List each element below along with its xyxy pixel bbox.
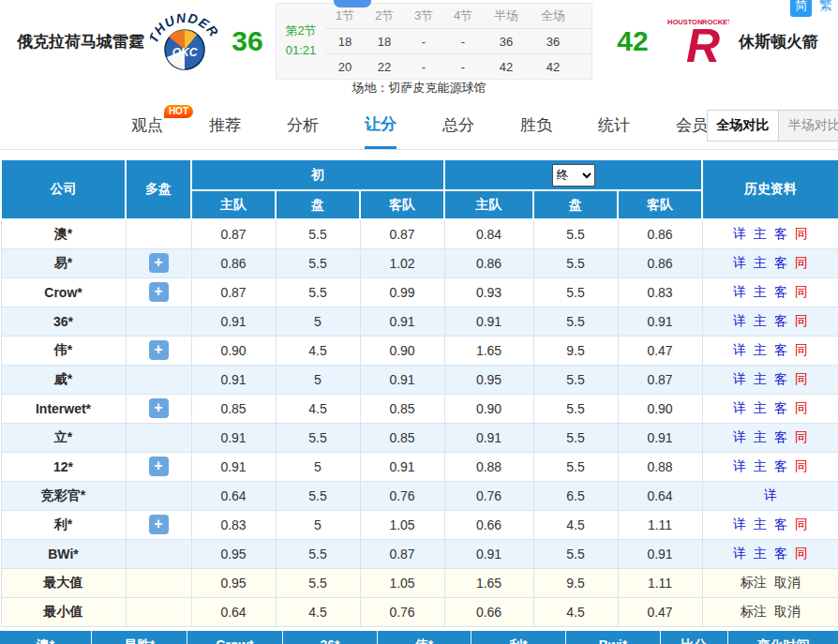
history-home-link[interactable]: 主 — [754, 400, 767, 415]
history-detail-link[interactable]: 详 — [733, 284, 746, 299]
top-banner-button[interactable] — [334, 0, 371, 7]
tab-tuijian[interactable]: 推荐 — [209, 101, 241, 149]
final-away-odds[interactable]: 1.11 — [618, 510, 702, 539]
cancel-button[interactable]: 取消 — [774, 604, 801, 619]
footer-column[interactable]: 36* — [283, 631, 378, 644]
footer-column[interactable]: 伟* — [378, 631, 471, 644]
history-detail-link[interactable]: 详 — [733, 371, 746, 386]
final-home-odds[interactable]: 0.95 — [444, 365, 533, 394]
cancel-button[interactable]: 取消 — [774, 575, 801, 590]
footer-column[interactable]: Bwi* — [566, 631, 661, 644]
history-detail-link[interactable]: 详 — [733, 546, 746, 561]
mark-button[interactable]: 标注 — [741, 575, 767, 590]
final-period-select[interactable]: 终 — [552, 164, 595, 187]
final-away-odds[interactable]: 0.88 — [618, 452, 702, 481]
mark-button[interactable]: 标注 — [741, 604, 767, 619]
history-same-link[interactable]: 同 — [795, 517, 808, 532]
history-home-link[interactable]: 主 — [754, 255, 767, 270]
final-home-odds[interactable]: 0.88 — [444, 452, 533, 481]
footer-column[interactable]: Crow* — [187, 631, 283, 644]
final-away-odds[interactable]: 0.64 — [618, 481, 702, 510]
history-away-link[interactable]: 客 — [774, 429, 787, 444]
history-detail-link[interactable]: 详 — [733, 429, 746, 444]
history-away-link[interactable]: 客 — [774, 313, 787, 328]
footer-column[interactable]: 变化时间 — [728, 631, 838, 644]
footer-column[interactable]: 比分 — [661, 631, 728, 644]
history-detail-link[interactable]: 详 — [733, 400, 746, 415]
history-detail-link[interactable]: 详 — [733, 458, 746, 473]
footer-column[interactable]: 易胜* — [92, 631, 187, 644]
final-home-odds[interactable]: 0.91 — [444, 423, 533, 452]
compare-full-button[interactable]: 全场对比 — [708, 111, 779, 141]
add-multi-button[interactable]: + — [149, 457, 169, 476]
history-home-link[interactable]: 主 — [754, 284, 767, 299]
history-detail-link[interactable]: 详 — [733, 313, 746, 328]
history-same-link[interactable]: 同 — [795, 226, 808, 241]
history-away-link[interactable]: 客 — [774, 400, 787, 415]
tab-zongfen[interactable]: 总分 — [442, 101, 474, 149]
history-same-link[interactable]: 同 — [795, 371, 808, 386]
final-home-odds[interactable]: 0.91 — [444, 307, 533, 336]
history-away-link[interactable]: 客 — [774, 284, 787, 299]
history-away-link[interactable]: 客 — [774, 546, 787, 561]
final-away-odds[interactable]: 0.91 — [618, 307, 702, 336]
footer-column[interactable]: 澳* — [0, 631, 92, 644]
history-home-link[interactable]: 主 — [754, 517, 767, 532]
add-multi-button[interactable]: + — [149, 282, 169, 302]
tab-guandian[interactable]: 观点 HOT — [131, 101, 163, 149]
history-home-link[interactable]: 主 — [754, 371, 767, 386]
final-away-odds[interactable]: 0.87 — [618, 365, 702, 394]
history-home-link[interactable]: 主 — [754, 226, 767, 241]
final-away-odds[interactable]: 0.91 — [618, 539, 702, 568]
final-away-odds[interactable]: 0.86 — [618, 219, 702, 248]
add-multi-button[interactable]: + — [149, 340, 169, 360]
final-home-odds[interactable]: 0.86 — [444, 248, 533, 277]
history-same-link[interactable]: 同 — [795, 284, 808, 299]
final-home-odds[interactable]: 0.90 — [444, 394, 533, 423]
add-multi-button[interactable]: + — [149, 253, 169, 273]
final-home-odds[interactable]: 0.84 — [444, 219, 533, 248]
final-home-odds[interactable]: 0.91 — [444, 539, 533, 568]
final-home-odds[interactable]: 1.65 — [444, 336, 533, 365]
compare-half-button[interactable]: 半场对比 — [779, 111, 838, 141]
history-away-link[interactable]: 客 — [774, 458, 787, 473]
history-same-link[interactable]: 同 — [795, 429, 808, 444]
add-multi-button[interactable]: + — [149, 398, 169, 418]
history-same-link[interactable]: 同 — [795, 313, 808, 328]
history-home-link[interactable]: 主 — [754, 458, 767, 473]
history-detail-link[interactable]: 详 — [733, 255, 746, 270]
final-away-odds[interactable]: 0.86 — [618, 248, 702, 277]
tab-shengfu[interactable]: 胜负 — [520, 101, 552, 149]
add-multi-button[interactable]: + — [149, 515, 169, 534]
final-away-odds[interactable]: 0.90 — [618, 394, 702, 423]
history-home-link[interactable]: 主 — [754, 313, 767, 328]
tab-huiyuan[interactable]: 会员 — [676, 101, 708, 149]
history-same-link[interactable]: 同 — [795, 255, 808, 270]
tab-fenxi[interactable]: 分析 — [287, 101, 319, 149]
history-away-link[interactable]: 客 — [774, 255, 787, 270]
final-home-odds[interactable]: 0.76 — [444, 481, 533, 510]
history-home-link[interactable]: 主 — [754, 546, 767, 561]
final-home-odds[interactable]: 0.93 — [444, 277, 533, 307]
history-away-link[interactable]: 客 — [774, 517, 787, 532]
history-detail-link[interactable]: 详 — [764, 487, 777, 502]
final-away-odds[interactable]: 0.91 — [618, 423, 702, 452]
lang-simplified-button[interactable]: 简 — [790, 0, 812, 17]
final-away-odds[interactable]: 0.47 — [618, 336, 702, 365]
tab-tongji[interactable]: 统计 — [598, 101, 630, 149]
history-same-link[interactable]: 同 — [795, 400, 808, 415]
footer-column[interactable]: 利* — [471, 631, 566, 644]
lang-traditional-button[interactable]: 繁 — [819, 0, 832, 14]
history-home-link[interactable]: 主 — [754, 429, 767, 444]
history-detail-link[interactable]: 详 — [733, 342, 746, 357]
tab-rangfen[interactable]: 让分 — [365, 101, 397, 149]
history-home-link[interactable]: 主 — [754, 342, 767, 357]
history-away-link[interactable]: 客 — [774, 371, 787, 386]
history-same-link[interactable]: 同 — [795, 458, 808, 473]
history-same-link[interactable]: 同 — [795, 342, 808, 357]
history-away-link[interactable]: 客 — [774, 226, 787, 241]
final-home-odds[interactable]: 0.66 — [444, 510, 533, 539]
history-detail-link[interactable]: 详 — [733, 517, 746, 532]
history-same-link[interactable]: 同 — [795, 546, 808, 561]
history-detail-link[interactable]: 详 — [733, 226, 746, 241]
